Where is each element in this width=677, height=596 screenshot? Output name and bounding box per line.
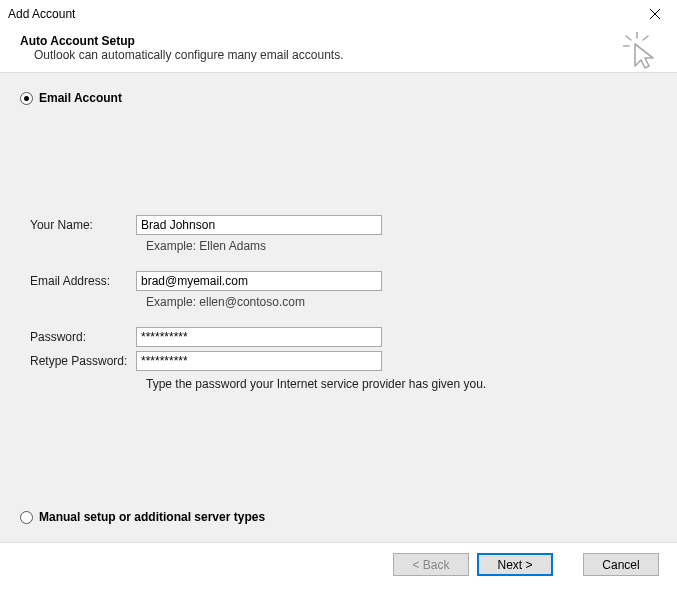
radio-icon bbox=[20, 92, 33, 105]
next-button[interactable]: Next > bbox=[477, 553, 553, 576]
password-input[interactable] bbox=[136, 327, 382, 347]
wizard-header: Auto Account Setup Outlook can automatic… bbox=[0, 28, 677, 72]
account-form: Your Name: Example: Ellen Adams Email Ad… bbox=[30, 215, 657, 391]
page-heading: Auto Account Setup bbox=[20, 34, 657, 48]
manual-setup-label: Manual setup or additional server types bbox=[39, 510, 265, 524]
name-label: Your Name: bbox=[30, 218, 136, 232]
email-example: Example: ellen@contoso.com bbox=[146, 295, 657, 309]
name-row: Your Name: bbox=[30, 215, 657, 235]
retype-input[interactable] bbox=[136, 351, 382, 371]
email-label: Email Address: bbox=[30, 274, 136, 288]
password-row: Password: bbox=[30, 327, 657, 347]
cursor-click-icon bbox=[623, 32, 657, 73]
email-row: Email Address: bbox=[30, 271, 657, 291]
password-hint: Type the password your Internet service … bbox=[146, 377, 657, 391]
email-account-label: Email Account bbox=[39, 91, 122, 105]
back-button: < Back bbox=[393, 553, 469, 576]
radio-icon bbox=[20, 511, 33, 524]
close-button[interactable] bbox=[641, 0, 669, 28]
password-label: Password: bbox=[30, 330, 136, 344]
svg-line-3 bbox=[626, 36, 631, 40]
cancel-button[interactable]: Cancel bbox=[583, 553, 659, 576]
email-input[interactable] bbox=[136, 271, 382, 291]
manual-setup-option[interactable]: Manual setup or additional server types bbox=[20, 510, 265, 524]
name-input[interactable] bbox=[136, 215, 382, 235]
name-example: Example: Ellen Adams bbox=[146, 239, 657, 253]
close-icon bbox=[649, 8, 661, 20]
svg-line-4 bbox=[643, 36, 648, 40]
retype-row: Retype Password: bbox=[30, 351, 657, 371]
wizard-body: Email Account Your Name: Example: Ellen … bbox=[0, 73, 677, 542]
titlebar: Add Account bbox=[0, 0, 677, 28]
window-title: Add Account bbox=[8, 7, 75, 21]
page-subheading: Outlook can automatically configure many… bbox=[20, 48, 657, 62]
wizard-footer: < Back Next > Cancel bbox=[0, 542, 677, 586]
email-account-option[interactable]: Email Account bbox=[20, 91, 657, 105]
retype-label: Retype Password: bbox=[30, 354, 136, 368]
